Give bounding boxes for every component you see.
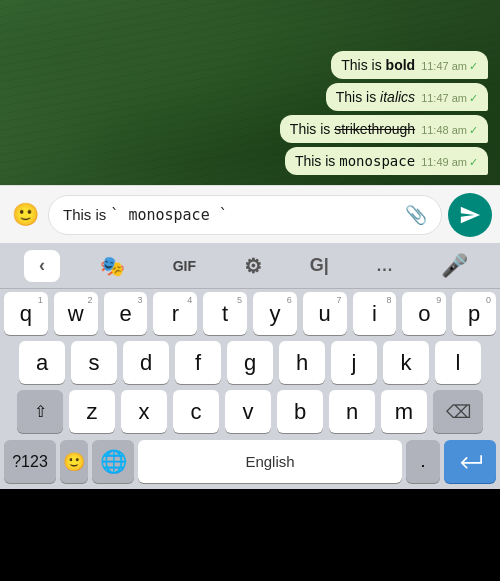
key-o[interactable]: 9o xyxy=(402,292,446,335)
space-label: English xyxy=(245,453,294,470)
message-bubble-italic: This is italics 11:47 am ✓ xyxy=(326,83,488,111)
delete-key[interactable]: ⌫ xyxy=(433,390,483,433)
key-z[interactable]: z xyxy=(69,390,115,433)
keyboard-row-2: a s d f g h j k l xyxy=(0,338,500,387)
emoji-button[interactable]: 🙂 xyxy=(8,198,42,232)
key-r[interactable]: 4r xyxy=(153,292,197,335)
message-time-4: 11:49 am xyxy=(421,156,467,168)
emoji-sticker-button[interactable]: 🎭 xyxy=(92,248,133,284)
delivered-icon-1: ✓ xyxy=(469,60,478,73)
message-bubble-bold: This is bold 11:47 am ✓ xyxy=(331,51,488,79)
gif-button[interactable]: GIF xyxy=(165,252,204,280)
numbers-key[interactable]: ?123 xyxy=(4,440,56,483)
period-key[interactable]: . xyxy=(406,440,440,483)
messages-container: This is bold 11:47 am ✓ This is italics … xyxy=(268,41,500,185)
keyboard-bottom-row: ?123 🙂 🌐 English . xyxy=(0,436,500,489)
more-options-button[interactable]: ... xyxy=(369,251,401,281)
send-icon xyxy=(459,204,481,226)
key-v[interactable]: v xyxy=(225,390,271,433)
key-x[interactable]: x xyxy=(121,390,167,433)
key-n[interactable]: n xyxy=(329,390,375,433)
space-key[interactable]: English xyxy=(138,440,402,483)
message-input-field[interactable]: This is ` monospace ` 📎 xyxy=(48,195,442,235)
key-l[interactable]: l xyxy=(435,341,481,384)
key-k[interactable]: k xyxy=(383,341,429,384)
key-c[interactable]: c xyxy=(173,390,219,433)
key-i[interactable]: 8i xyxy=(353,292,397,335)
enter-icon xyxy=(458,453,482,471)
key-a[interactable]: a xyxy=(19,341,65,384)
key-s[interactable]: s xyxy=(71,341,117,384)
key-y[interactable]: 6y xyxy=(253,292,297,335)
settings-button[interactable]: ⚙ xyxy=(236,248,270,284)
message-bubble-mono: This is monospace 11:49 am ✓ xyxy=(285,147,488,175)
message-time-2: 11:47 am xyxy=(421,92,467,104)
key-m[interactable]: m xyxy=(381,390,427,433)
attachment-icon[interactable]: 📎 xyxy=(405,204,427,226)
key-u[interactable]: 7u xyxy=(303,292,347,335)
message-time-3: 11:48 am xyxy=(421,124,467,136)
delivered-icon-3: ✓ xyxy=(469,124,478,137)
key-d[interactable]: d xyxy=(123,341,169,384)
key-b[interactable]: b xyxy=(277,390,323,433)
key-e[interactable]: 3e xyxy=(104,292,148,335)
input-text-plain: This is xyxy=(63,206,106,223)
delivered-icon-4: ✓ xyxy=(469,156,478,169)
send-button[interactable] xyxy=(448,193,492,237)
keyboard-toolbar: ‹ 🎭 GIF ⚙ G| ... 🎤 xyxy=(0,243,500,289)
keyboard: 1q 2w 3e 4r 5t 6y 7u 8i 9o 0p a s d f g … xyxy=(0,289,500,489)
message-bubble-strike: This is strikethrough 11:48 am ✓ xyxy=(280,115,488,143)
keyboard-row-3: ⇧ z x c v b n m ⌫ xyxy=(0,387,500,436)
delivered-icon-2: ✓ xyxy=(469,92,478,105)
message-input-area: 🙂 This is ` monospace ` 📎 xyxy=(0,185,500,243)
key-j[interactable]: j xyxy=(331,341,377,384)
key-g[interactable]: g xyxy=(227,341,273,384)
translate-button[interactable]: G| xyxy=(302,249,337,282)
input-text-mono: ` monospace ` xyxy=(110,206,227,224)
key-q[interactable]: 1q xyxy=(4,292,48,335)
keyboard-row-1: 1q 2w 3e 4r 5t 6y 7u 8i 9o 0p xyxy=(0,289,500,338)
comma-key[interactable]: 🙂 xyxy=(60,440,88,483)
period-label: . xyxy=(420,451,425,472)
numbers-label: ?123 xyxy=(12,453,48,471)
shift-key[interactable]: ⇧ xyxy=(17,390,63,433)
keyboard-back-button[interactable]: ‹ xyxy=(24,250,60,282)
key-t[interactable]: 5t xyxy=(203,292,247,335)
key-w[interactable]: 2w xyxy=(54,292,98,335)
chat-area: This is bold 11:47 am ✓ This is italics … xyxy=(0,0,500,185)
key-f[interactable]: f xyxy=(175,341,221,384)
microphone-button[interactable]: 🎤 xyxy=(433,247,476,285)
message-time-1: 11:47 am xyxy=(421,60,467,72)
key-p[interactable]: 0p xyxy=(452,292,496,335)
globe-key[interactable]: 🌐 xyxy=(92,440,134,483)
key-h[interactable]: h xyxy=(279,341,325,384)
enter-key[interactable] xyxy=(444,440,496,483)
